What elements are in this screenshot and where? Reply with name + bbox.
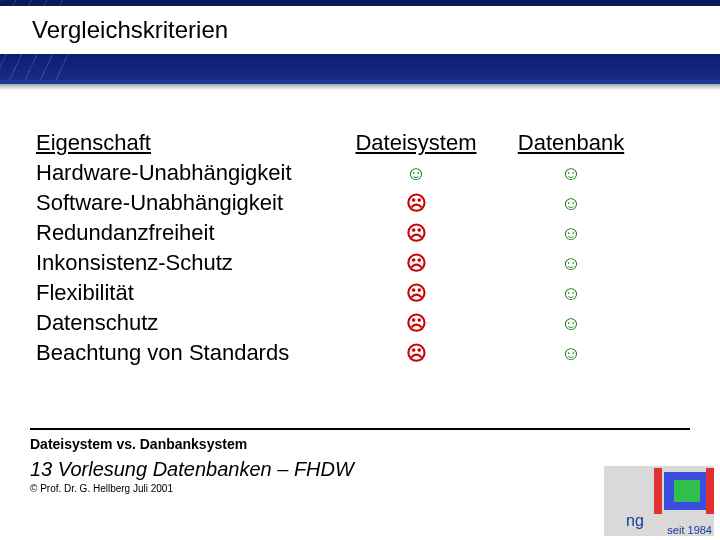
- logo-graphic: ng seit 1984: [604, 466, 714, 536]
- frown-icon: ☹: [404, 221, 428, 245]
- database-cell: ☺: [496, 160, 646, 186]
- smile-icon: ☺: [559, 191, 583, 215]
- filesystem-cell: ☹: [336, 310, 496, 336]
- database-cell: ☺: [496, 310, 646, 336]
- property-cell: Hardware-Unabhängigkeit: [36, 160, 336, 186]
- logo-text-fragment: ng: [626, 512, 644, 530]
- table-row: Software-Unabhängigkeit☹☺: [36, 188, 684, 218]
- table-row: Datenschutz☹☺: [36, 308, 684, 338]
- database-cell: ☺: [496, 190, 646, 216]
- filesystem-cell: ☹: [336, 280, 496, 306]
- filesystem-cell: ☹: [336, 190, 496, 216]
- table-row: Hardware-Unabhängigkeit☺☺: [36, 158, 684, 188]
- filesystem-cell: ☹: [336, 340, 496, 366]
- smile-icon: ☺: [559, 251, 583, 275]
- table-row: Beachtung von Standards☹☺: [36, 338, 684, 368]
- table-row: Redundanzfreiheit☹☺: [36, 218, 684, 248]
- property-cell: Inkonsistenz-Schutz: [36, 250, 336, 276]
- header-property: Eigenschaft: [36, 130, 336, 156]
- footer-lecture-title: 13 Vorlesung Datenbanken – FHDW: [30, 458, 690, 481]
- comparison-table: Eigenschaft Dateisystem Datenbank Hardwa…: [36, 128, 684, 368]
- footer-divider: [30, 428, 690, 430]
- table-header-row: Eigenschaft Dateisystem Datenbank: [36, 128, 684, 158]
- database-cell: ☺: [496, 220, 646, 246]
- smile-icon: ☺: [559, 341, 583, 365]
- frown-icon: ☹: [404, 251, 428, 275]
- smile-icon: ☺: [559, 161, 583, 185]
- table-row: Inkonsistenz-Schutz☹☺: [36, 248, 684, 278]
- header-database: Datenbank: [496, 130, 646, 156]
- filesystem-cell: ☹: [336, 250, 496, 276]
- slide-title: Vergleichskriterien: [32, 16, 228, 44]
- title-row: Vergleichskriterien: [0, 6, 720, 54]
- smile-icon: ☺: [404, 161, 428, 185]
- slide-content: Eigenschaft Dateisystem Datenbank Hardwa…: [0, 84, 720, 368]
- property-cell: Software-Unabhängigkeit: [36, 190, 336, 216]
- frown-icon: ☹: [404, 311, 428, 335]
- footer-section-title: Dateisystem vs. Danbanksystem: [30, 436, 690, 452]
- slide-header: Vergleichskriterien: [0, 0, 720, 84]
- property-cell: Beachtung von Standards: [36, 340, 336, 366]
- property-cell: Datenschutz: [36, 310, 336, 336]
- property-cell: Redundanzfreiheit: [36, 220, 336, 246]
- frown-icon: ☹: [404, 341, 428, 365]
- footer-copyright: © Prof. Dr. G. Hellberg Juli 2001: [30, 483, 690, 494]
- property-cell: Flexibilität: [36, 280, 336, 306]
- logo-since-text: seit 1984: [667, 524, 712, 536]
- frown-icon: ☹: [404, 191, 428, 215]
- database-cell: ☺: [496, 340, 646, 366]
- frown-icon: ☹: [404, 281, 428, 305]
- database-cell: ☺: [496, 250, 646, 276]
- database-cell: ☺: [496, 280, 646, 306]
- filesystem-cell: ☺: [336, 160, 496, 186]
- filesystem-cell: ☹: [336, 220, 496, 246]
- smile-icon: ☺: [559, 221, 583, 245]
- smile-icon: ☺: [559, 311, 583, 335]
- smile-icon: ☺: [559, 281, 583, 305]
- header-filesystem: Dateisystem: [336, 130, 496, 156]
- table-row: Flexibilität☹☺: [36, 278, 684, 308]
